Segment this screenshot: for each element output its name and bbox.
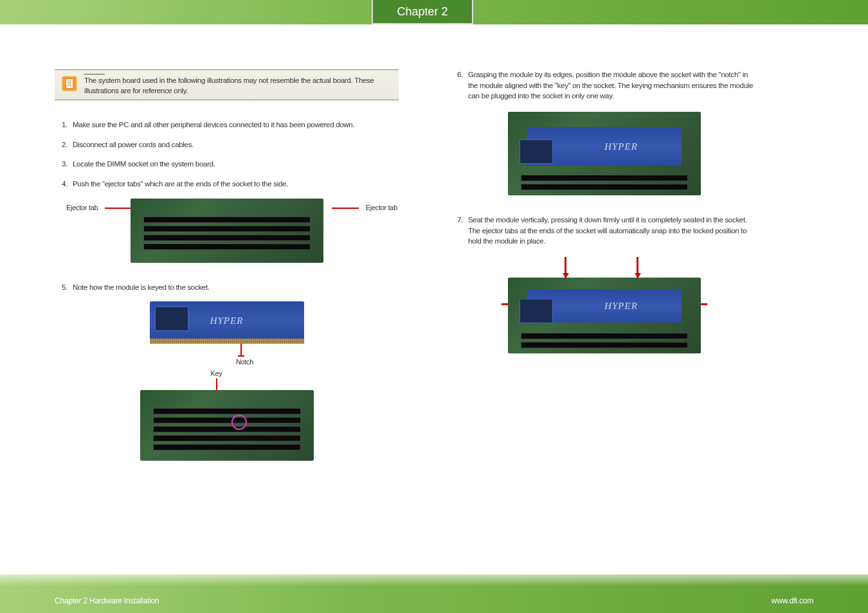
step-text: Grasping the module by its edges, positi… [468, 69, 759, 102]
step-text: Make sure the PC and all other periphera… [73, 120, 399, 130]
step-number: 1. [55, 120, 68, 130]
module-brand-text: HYPER [604, 301, 638, 312]
figure-ejector-tabs: Ejector tab Ejector tab [55, 199, 399, 263]
key-highlight-circle [231, 414, 247, 430]
step-number: 7. [450, 215, 463, 247]
step-3: 3. Locate the DIMM socket on the system … [55, 159, 399, 170]
step-4: 4. Push the "ejector tabs" which are at … [55, 179, 399, 190]
step-number: 6. [450, 69, 463, 102]
step-6: 6. Grasping the module by its edges, pos… [450, 69, 759, 102]
svg-rect-1 [66, 79, 73, 89]
press-down-arrow-icon [637, 257, 638, 278]
ejector-tab-label-left: Ejector tab [66, 204, 98, 211]
step-text: Note how the module is keyed to the sock… [73, 282, 399, 293]
step-text: Seat the module vertically, pressing it … [468, 215, 759, 247]
key-label: Key [44, 369, 388, 377]
left-column: The system board used in the following i… [55, 69, 399, 461]
socket-key-image [140, 390, 314, 461]
figure-press-module: HYPER [508, 257, 701, 353]
figure-insert-module: HYPER [508, 112, 701, 195]
page-footer: Chapter 2 Hardware Installation www.dfi.… [0, 574, 868, 613]
note-text: The system board used in the following i… [84, 76, 374, 94]
footer-right-text: www.dfi.com [772, 596, 813, 605]
step-7: 7. Seat the module vertically, pressing … [450, 215, 759, 247]
header-bar: Chapter 2 [0, 0, 868, 24]
main-content: The system board used in the following i… [0, 24, 868, 461]
note-icon [61, 75, 78, 92]
inserted-module: HYPER [527, 127, 682, 166]
step-5: 5. Note how the module is keyed to the s… [55, 282, 399, 293]
note-box: The system board used in the following i… [55, 69, 399, 100]
key-indicator-line [216, 378, 217, 390]
arrow-line [332, 208, 359, 209]
footer-left-text: Chapter 2 Hardware Installation [55, 596, 159, 605]
notch-label: Notch [73, 358, 417, 366]
step-text: Locate the DIMM socket on the system boa… [73, 159, 399, 170]
motherboard-dimm-image [131, 199, 323, 263]
step-number: 2. [55, 139, 68, 150]
step-number: 4. [55, 179, 68, 190]
press-down-arrow-icon [565, 257, 566, 278]
module-brand-text: HYPER [210, 315, 244, 326]
step-number: 3. [55, 159, 68, 170]
step-2: 2. Disconnect all power cords and cables… [55, 139, 399, 150]
step-text: Push the "ejector tabs" which are at the… [73, 179, 399, 190]
ejector-tab-label-right: Ejector tab [366, 204, 397, 211]
step-number: 5. [55, 282, 68, 293]
notch-indicator-line [240, 344, 242, 355]
dimm-module-image: HYPER [150, 301, 304, 340]
figure-dimm-module: HYPER Notch [55, 301, 399, 366]
step-text: Disconnect all power cords and cables. [73, 139, 399, 150]
chapter-tab: Chapter 2 [372, 0, 473, 24]
step-1: 1. Make sure the PC and all other periph… [55, 120, 399, 130]
note-content: The system board used in the following i… [84, 74, 392, 96]
right-column: 6. Grasping the module by its edges, pos… [437, 69, 759, 461]
module-brand-text: HYPER [604, 141, 638, 152]
seated-module-image: HYPER [508, 278, 701, 353]
